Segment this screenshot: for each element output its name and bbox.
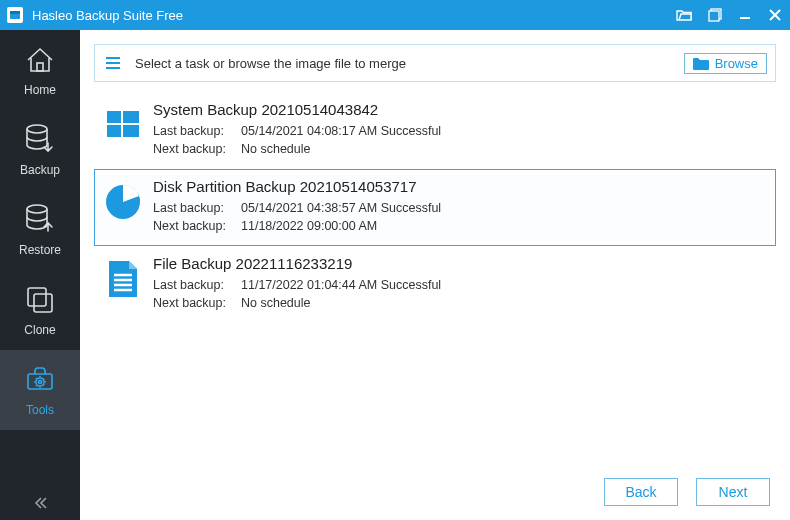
back-button[interactable]: Back (604, 478, 678, 506)
minimize-icon[interactable] (738, 8, 752, 22)
svg-rect-21 (107, 125, 121, 137)
sidebar-item-backup[interactable]: Backup (0, 110, 80, 190)
svg-rect-11 (28, 288, 46, 306)
svg-point-14 (36, 378, 44, 386)
task-info: Disk Partition Backup 20210514053717Last… (153, 178, 765, 237)
task-card[interactable]: File Backup 20221116233219Last backup:11… (94, 246, 776, 323)
svg-rect-12 (34, 294, 52, 312)
content-pane: Select a task or browse the image file t… (80, 30, 790, 520)
svg-rect-18 (106, 67, 120, 69)
list-info-icon (105, 55, 121, 71)
sidebar-item-home[interactable]: Home (0, 30, 80, 110)
browse-label: Browse (715, 56, 758, 71)
next-button[interactable]: Next (696, 478, 770, 506)
svg-point-10 (27, 205, 47, 213)
sidebar: Home Backup Restore Clone Tools (0, 30, 80, 520)
sidebar-item-restore[interactable]: Restore (0, 190, 80, 270)
sidebar-item-clone[interactable]: Clone (0, 270, 80, 350)
last-backup-value: 11/17/2022 01:04:44 AM Successful (241, 278, 441, 292)
svg-rect-20 (123, 111, 139, 123)
titlebar: Hasleo Backup Suite Free (0, 0, 790, 30)
pie-task-icon (101, 180, 145, 224)
last-backup-value: 05/14/2021 04:38:57 AM Successful (241, 201, 441, 215)
svg-rect-22 (123, 125, 139, 137)
last-backup-label: Last backup: (153, 201, 241, 215)
svg-rect-19 (107, 111, 121, 123)
sidebar-item-tools[interactable]: Tools (0, 350, 80, 430)
home-icon (23, 43, 57, 77)
app-title: Hasleo Backup Suite Free (32, 8, 676, 23)
sidebar-item-label: Restore (19, 243, 61, 257)
browse-button[interactable]: Browse (684, 53, 767, 74)
sidebar-item-label: Home (24, 83, 56, 97)
open-icon[interactable] (676, 8, 692, 22)
next-backup-value: 11/18/2022 09:00:00 AM (241, 219, 377, 233)
task-card[interactable]: Disk Partition Backup 20210514053717Last… (94, 169, 776, 246)
svg-rect-16 (106, 57, 120, 59)
svg-point-15 (39, 381, 42, 384)
last-backup-label: Last backup: (153, 124, 241, 138)
sidebar-item-label: Tools (26, 403, 54, 417)
tools-icon (23, 363, 57, 397)
close-icon[interactable] (768, 8, 782, 22)
next-backup-label: Next backup: (153, 296, 241, 310)
task-list: System Backup 20210514043842Last backup:… (94, 92, 776, 464)
last-backup-value: 05/14/2021 04:08:17 AM Successful (241, 124, 441, 138)
task-info: System Backup 20210514043842Last backup:… (153, 101, 765, 160)
doc-task-icon (101, 257, 145, 301)
sidebar-collapse[interactable] (0, 486, 80, 520)
footer: Back Next (80, 464, 790, 520)
backup-icon (23, 123, 57, 157)
sidebar-item-label: Clone (24, 323, 55, 337)
window-controls (676, 8, 782, 22)
svg-rect-8 (37, 63, 43, 71)
instruction-text: Select a task or browse the image file t… (135, 56, 684, 71)
restore-icon[interactable] (708, 8, 722, 22)
svg-rect-4 (709, 11, 719, 21)
next-backup-label: Next backup: (153, 142, 241, 156)
svg-point-9 (27, 125, 47, 133)
task-title: File Backup 20221116233219 (153, 255, 765, 272)
next-backup-value: No schedule (241, 296, 311, 310)
clone-icon (23, 283, 57, 317)
task-title: System Backup 20210514043842 (153, 101, 765, 118)
next-backup-label: Next backup: (153, 219, 241, 233)
folder-icon (693, 57, 709, 70)
last-backup-label: Last backup: (153, 278, 241, 292)
instruction-bar: Select a task or browse the image file t… (94, 44, 776, 82)
windows-task-icon (101, 103, 145, 147)
svg-rect-17 (106, 62, 120, 64)
svg-rect-2 (10, 11, 20, 14)
next-backup-value: No schedule (241, 142, 311, 156)
task-info: File Backup 20221116233219Last backup:11… (153, 255, 765, 314)
sidebar-item-label: Backup (20, 163, 60, 177)
task-title: Disk Partition Backup 20210514053717 (153, 178, 765, 195)
app-icon (6, 6, 24, 24)
restore-db-icon (23, 203, 57, 237)
task-card[interactable]: System Backup 20210514043842Last backup:… (94, 92, 776, 169)
